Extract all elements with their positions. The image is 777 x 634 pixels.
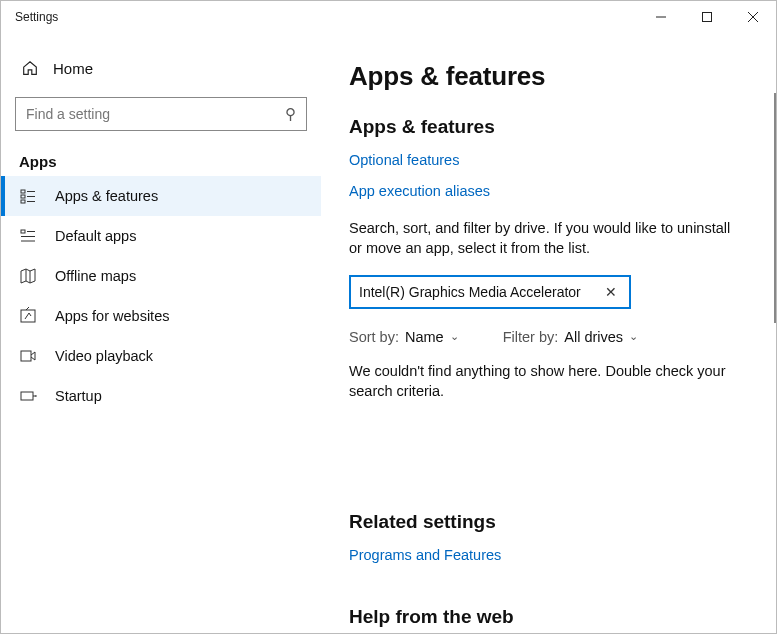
window-title: Settings	[15, 10, 58, 24]
startup-icon	[19, 387, 37, 405]
sidebar-item-apps-features[interactable]: Apps & features	[1, 176, 321, 216]
help-from-web-header: Help from the web	[349, 606, 742, 628]
chevron-down-icon: ⌄	[629, 330, 638, 343]
maximize-button[interactable]	[684, 1, 730, 33]
filter-by-dropdown[interactable]: Filter by: All drives ⌄	[503, 329, 638, 345]
scrollbar-thumb[interactable]	[774, 93, 776, 323]
section-title: Apps & features	[349, 116, 742, 138]
offline-maps-icon	[19, 267, 37, 285]
sidebar-item-label: Startup	[55, 388, 102, 404]
sort-by-dropdown[interactable]: Sort by: Name ⌄	[349, 329, 459, 345]
svg-rect-5	[21, 195, 25, 198]
page-title: Apps & features	[349, 61, 742, 92]
sidebar-item-apps-for-websites[interactable]: Apps for websites	[1, 296, 321, 336]
search-icon: ⚲	[285, 105, 296, 123]
programs-and-features-link[interactable]: Programs and Features	[349, 547, 501, 563]
find-setting-search[interactable]: Find a setting ⚲	[15, 97, 307, 131]
sidebar-item-video-playback[interactable]: Video playback	[1, 336, 321, 376]
apps-websites-icon	[19, 307, 37, 325]
home-nav[interactable]: Home	[13, 51, 309, 85]
content-area: Apps & features Apps & features Optional…	[321, 33, 776, 633]
app-search-value: Intel(R) Graphics Media Accelerator	[359, 284, 601, 300]
app-search-input[interactable]: Intel(R) Graphics Media Accelerator ✕	[349, 275, 631, 309]
apps-description: Search, sort, and filter by drive. If yo…	[349, 218, 742, 259]
related-settings-header: Related settings	[349, 511, 742, 533]
svg-rect-10	[21, 230, 25, 233]
video-playback-icon	[19, 347, 37, 365]
filter-by-value: All drives	[564, 329, 623, 345]
close-button[interactable]	[730, 1, 776, 33]
default-apps-icon	[19, 227, 37, 245]
filter-by-label: Filter by:	[503, 329, 559, 345]
sidebar-item-offline-maps[interactable]: Offline maps	[1, 256, 321, 296]
svg-rect-18	[21, 392, 33, 400]
sidebar-item-label: Apps for websites	[55, 308, 169, 324]
sidebar-item-default-apps[interactable]: Default apps	[1, 216, 321, 256]
sort-by-value: Name	[405, 329, 444, 345]
home-icon	[21, 59, 39, 77]
minimize-button[interactable]	[638, 1, 684, 33]
svg-rect-4	[21, 190, 25, 193]
svg-rect-17	[21, 351, 31, 361]
sidebar-item-startup[interactable]: Startup	[1, 376, 321, 416]
search-placeholder: Find a setting	[26, 106, 285, 122]
sidebar-item-label: Video playback	[55, 348, 153, 364]
sidebar: Home Find a setting ⚲ Apps Apps & featur…	[1, 33, 321, 633]
sidebar-item-label: Offline maps	[55, 268, 136, 284]
svg-rect-6	[21, 200, 25, 203]
clear-search-icon[interactable]: ✕	[601, 284, 621, 300]
optional-features-link[interactable]: Optional features	[349, 152, 459, 168]
empty-results-message: We couldn't find anything to show here. …	[349, 361, 742, 402]
svg-rect-1	[703, 13, 712, 22]
apps-features-icon	[19, 187, 37, 205]
chevron-down-icon: ⌄	[450, 330, 459, 343]
svg-rect-16	[21, 310, 35, 322]
titlebar: Settings	[1, 1, 776, 33]
sort-by-label: Sort by:	[349, 329, 399, 345]
sidebar-item-label: Apps & features	[55, 188, 158, 204]
sidebar-section-header: Apps	[19, 153, 309, 170]
app-execution-aliases-link[interactable]: App execution aliases	[349, 183, 490, 199]
home-label: Home	[53, 60, 93, 77]
sidebar-item-label: Default apps	[55, 228, 136, 244]
svg-point-20	[35, 395, 37, 397]
